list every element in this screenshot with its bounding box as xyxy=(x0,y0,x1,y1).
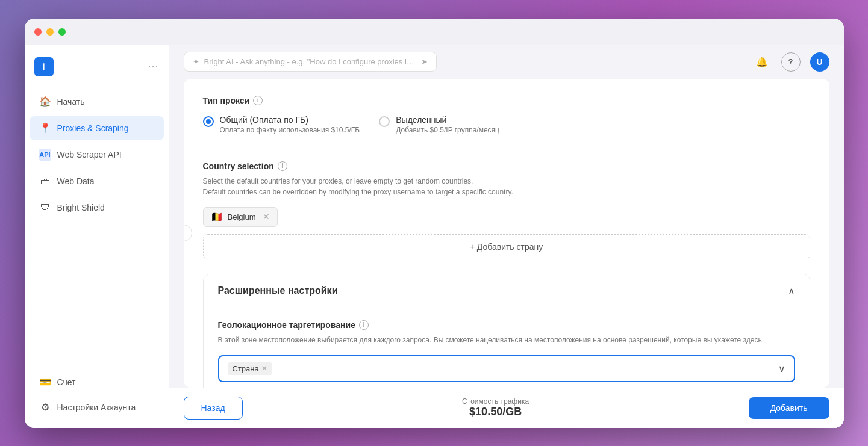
geo-targeting-desc: В этой зоне местоположение выбирается дл… xyxy=(218,335,795,345)
proxy-type-dedicated-radio[interactable] xyxy=(379,116,390,127)
sidebar-item-label-proxies: Proxies & Scraping xyxy=(57,123,129,133)
search-submit-icon: ➤ xyxy=(421,57,428,66)
sidebar-item-start[interactable]: 🏠 Начать xyxy=(30,90,164,114)
user-avatar[interactable]: U xyxy=(810,52,829,72)
chevron-up-icon: ∧ xyxy=(788,285,795,297)
proxy-type-radio-group: Общий (Оплата по ГБ) Оплата по факту исп… xyxy=(203,115,810,134)
belgium-flag: 🇧🇪 xyxy=(211,211,223,223)
sidebar-header: i ··· xyxy=(25,52,169,88)
back-button[interactable]: Назад xyxy=(184,397,243,420)
advanced-settings-section: Расширенные настройки ∧ Геолокационное т… xyxy=(203,274,810,388)
bottom-bar: Назад Стоимость трафика $10.50/GB Добави… xyxy=(169,388,844,428)
add-country-button[interactable]: + Добавить страну xyxy=(203,234,810,259)
add-button[interactable]: Добавить xyxy=(749,397,829,419)
proxy-type-dedicated-labels: Выделенный Добавить $0.5/IP группа/месяц xyxy=(396,115,499,134)
topbar: ✦ Bright AI - Ask anything - e.g. "How d… xyxy=(169,45,844,79)
country-selection-info-icon[interactable]: i xyxy=(278,161,287,171)
proxy-type-title: Тип прокси i xyxy=(203,96,810,105)
sidebar-item-web-data[interactable]: 🗃 Web Data xyxy=(30,169,164,193)
sidebar-item-account[interactable]: 💳 Счет xyxy=(30,370,164,394)
geo-targeting-subsection: Геолокационное таргетирование i В этой з… xyxy=(218,320,795,382)
help-icon[interactable]: ? xyxy=(781,52,801,72)
geo-targeting-info-icon[interactable]: i xyxy=(359,320,369,330)
proxy-type-shared-radio[interactable] xyxy=(203,116,214,127)
main-content: ✦ Bright AI - Ask anything - e.g. "How d… xyxy=(169,45,844,428)
minimize-dot[interactable] xyxy=(46,28,54,36)
traffic-cost-value: $10.50/GB xyxy=(462,406,529,418)
geo-tag-remove-button[interactable]: ✕ xyxy=(261,364,267,373)
sidebar-collapse-button[interactable]: ‹ xyxy=(184,225,192,241)
sidebar-item-scraper-api[interactable]: API Web Scraper API xyxy=(30,143,164,167)
geo-targeting-title: Геолокационное таргетирование i xyxy=(218,320,795,330)
home-icon: 🏠 xyxy=(39,96,51,108)
advanced-settings-header[interactable]: Расширенные настройки ∧ xyxy=(204,274,810,308)
proxy-type-section: Тип прокси i Общий (Оплата по ГБ) Оплата… xyxy=(203,96,810,134)
country-selection-title: Country selection i xyxy=(203,161,810,171)
account-icon: 💳 xyxy=(39,376,51,388)
ai-icon: ✦ xyxy=(193,57,199,66)
window-controls xyxy=(34,28,66,36)
search-placeholder: Bright AI - Ask anything - e.g. "How do … xyxy=(204,57,416,66)
topbar-icons: 🔔 ? U xyxy=(752,52,829,72)
geo-tag-country: Страна ✕ xyxy=(228,362,272,375)
app-window: i ··· 🏠 Начать 📍 Proxies & Scraping API … xyxy=(25,19,844,428)
country-selection-section: Country selection i Select the default c… xyxy=(203,161,810,259)
geo-select-inner: Страна ✕ xyxy=(228,362,272,375)
geo-targeting-dropdown[interactable]: Страна ✕ ∨ xyxy=(218,355,795,382)
sidebar-item-label-scraper-api: Web Scraper API xyxy=(57,150,122,160)
country-remove-button[interactable]: ✕ xyxy=(263,212,270,221)
proxy-type-info-icon[interactable]: i xyxy=(253,96,263,105)
shield-icon: 🛡 xyxy=(39,202,51,214)
close-dot[interactable] xyxy=(34,28,42,36)
proxy-type-dedicated-sub: Добавить $0.5/IP группа/месяц xyxy=(396,126,499,134)
advanced-settings-body: Геолокационное таргетирование i В этой з… xyxy=(204,308,810,388)
proxy-type-dedicated-option[interactable]: Выделенный Добавить $0.5/IP группа/месяц xyxy=(379,115,499,134)
advanced-settings-title: Расширенные настройки xyxy=(218,285,338,296)
sidebar-item-label-settings: Настройки Аккаунта xyxy=(57,403,136,412)
sidebar-item-label-bright-shield: Bright Shield xyxy=(57,203,105,212)
proxy-type-shared-option[interactable]: Общий (Оплата по ГБ) Оплата по факту исп… xyxy=(203,115,360,134)
sidebar-item-label-start: Начать xyxy=(57,97,85,107)
sidebar: i ··· 🏠 Начать 📍 Proxies & Scraping API … xyxy=(25,45,169,428)
sidebar-menu-dots[interactable]: ··· xyxy=(148,60,158,73)
sidebar-bottom: 💳 Счет ⚙ Настройки Аккаунта xyxy=(25,364,169,421)
sidebar-item-bright-shield[interactable]: 🛡 Bright Shield xyxy=(30,196,164,220)
country-selection-desc: Select the default countries for your pr… xyxy=(203,176,810,197)
proxy-type-shared-label: Общий (Оплата по ГБ) xyxy=(220,115,360,125)
maximize-dot[interactable] xyxy=(58,28,66,36)
web-data-icon: 🗃 xyxy=(39,175,51,187)
divider-1 xyxy=(203,149,810,149)
notification-icon[interactable]: 🔔 xyxy=(752,52,772,72)
proxy-type-shared-labels: Общий (Оплата по ГБ) Оплата по факту исп… xyxy=(220,115,360,134)
traffic-cost-display: Стоимость трафика $10.50/GB xyxy=(462,397,529,418)
settings-icon: ⚙ xyxy=(39,401,51,413)
country-tag-belgium: 🇧🇪 Belgium ✕ xyxy=(203,207,278,227)
proxy-type-dedicated-label: Выделенный xyxy=(396,115,499,125)
proxy-type-shared-sub: Оплата по факту использования $10.5/ГБ xyxy=(220,126,360,134)
belgium-name: Belgium xyxy=(228,212,256,221)
api-icon: API xyxy=(39,149,51,161)
search-bar[interactable]: ✦ Bright AI - Ask anything - e.g. "How d… xyxy=(184,52,437,72)
sidebar-item-label-account: Счет xyxy=(57,377,76,387)
geo-select-chevron-icon: ∨ xyxy=(778,363,785,374)
content-area: ‹ Тип прокси i Общий (Опла xyxy=(169,79,844,388)
sidebar-item-settings[interactable]: ⚙ Настройки Аккаунта xyxy=(30,395,164,420)
app-layout: i ··· 🏠 Начать 📍 Proxies & Scraping API … xyxy=(25,45,844,428)
title-bar xyxy=(25,19,844,45)
sidebar-item-proxies[interactable]: 📍 Proxies & Scraping xyxy=(30,116,164,140)
logo: i xyxy=(34,57,54,76)
proxies-icon: 📍 xyxy=(39,122,51,134)
traffic-cost-label: Стоимость трафика xyxy=(462,397,529,406)
sidebar-item-label-web-data: Web Data xyxy=(57,176,95,186)
settings-panel: ‹ Тип прокси i Общий (Опла xyxy=(184,79,829,388)
